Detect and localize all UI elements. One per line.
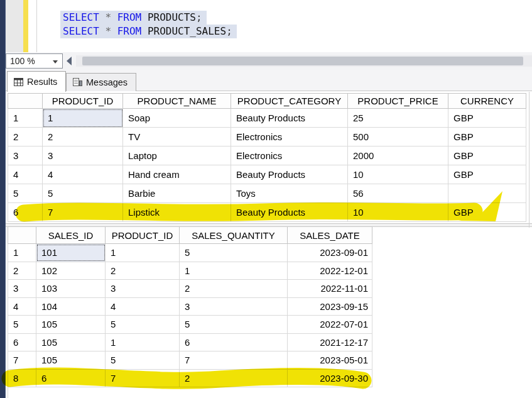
cell[interactable]: 5 [106, 351, 180, 370]
cell[interactable] [448, 184, 526, 203]
cell[interactable]: 500 [348, 128, 448, 146]
zoom-level-dropdown[interactable]: 100 % [6, 53, 63, 69]
cell[interactable]: Beauty Products [231, 165, 348, 184]
cell[interactable]: Electronics [231, 146, 348, 165]
cell[interactable]: 2 [180, 280, 288, 298]
column-header[interactable]: CURRENCY [448, 94, 526, 109]
cell[interactable]: 2022-12-01 [288, 262, 372, 280]
cell[interactable]: GBP [448, 128, 526, 146]
column-header[interactable]: PRODUCT_ID [106, 227, 180, 244]
cell[interactable]: 2000 [348, 146, 448, 165]
table-row: 5105552022-07-01 [8, 316, 372, 334]
cell[interactable]: 1 [180, 262, 288, 280]
cell[interactable]: GBP [448, 109, 526, 128]
corner-header[interactable] [8, 94, 43, 109]
focused-cell[interactable]: 1 [43, 109, 123, 128]
cell[interactable]: 2023-09-15 [288, 297, 372, 316]
cell[interactable]: Beauty Products [231, 109, 348, 128]
cell[interactable]: TV [123, 128, 231, 146]
cell[interactable]: 103 [36, 280, 106, 298]
cell[interactable]: 56 [348, 184, 448, 203]
cell[interactable]: 105 [36, 333, 106, 351]
cell[interactable]: 3 [180, 297, 288, 316]
cell[interactable]: 2 [106, 262, 180, 280]
cell[interactable]: 6 [180, 333, 288, 351]
cell[interactable]: 3 [43, 146, 123, 165]
row-number[interactable]: 3 [8, 280, 36, 298]
cell[interactable]: 2023-09-01 [288, 244, 372, 262]
cell[interactable]: Hand cream [123, 165, 231, 184]
scroll-left-arrow-icon[interactable] [67, 57, 72, 65]
cell[interactable]: 2022-11-01 [288, 280, 372, 298]
cell[interactable]: 6 [36, 369, 106, 387]
tab-results[interactable]: Results [7, 71, 66, 92]
horizontal-scrollbar[interactable] [76, 55, 532, 67]
focused-cell[interactable]: 101 [36, 244, 106, 262]
row-number[interactable]: 2 [8, 128, 43, 146]
row-number[interactable]: 8 [8, 369, 36, 387]
tab-messages[interactable]: Messages [66, 73, 136, 91]
cell[interactable]: GBP [448, 165, 526, 184]
row-number[interactable]: 6 [8, 333, 36, 351]
cell[interactable]: Electronics [231, 128, 348, 146]
cell[interactable]: 3 [106, 280, 180, 298]
column-header[interactable]: PRODUCT_ID [43, 94, 123, 109]
cell[interactable]: 10 [348, 165, 448, 184]
cell[interactable]: 2 [180, 369, 288, 387]
cell[interactable]: Barbie [123, 184, 231, 203]
row-number[interactable]: 4 [8, 165, 43, 184]
sql-statement-2[interactable]: SELECT * FROM PRODUCT_SALES; [60, 25, 237, 38]
sql-editor[interactable]: SELECT * FROM PRODUCTS; SELECT * FROM PR… [6, 0, 532, 52]
sql-statement-1[interactable]: SELECT * FROM PRODUCTS; [60, 11, 207, 25]
cell[interactable]: 4 [43, 165, 123, 184]
cell[interactable]: 1 [106, 333, 180, 351]
row-number[interactable]: 1 [8, 244, 36, 262]
cell[interactable]: Toys [231, 184, 348, 203]
cell[interactable]: 104 [36, 297, 106, 316]
row-number[interactable]: 3 [8, 146, 43, 165]
cell[interactable]: 4 [106, 297, 180, 316]
row-number[interactable]: 5 [8, 184, 43, 203]
cell[interactable]: 105 [36, 316, 106, 334]
cell[interactable]: 5 [180, 244, 288, 262]
cell[interactable]: 5 [180, 316, 288, 334]
row-number[interactable]: 2 [8, 262, 36, 280]
cell[interactable]: 2023-09-30 [288, 369, 372, 387]
column-header[interactable]: SALES_DATE [288, 227, 372, 244]
product-sales-result-grid: SALES_ID PRODUCT_ID SALES_QUANTITY SALES… [8, 226, 372, 387]
cell[interactable]: 7 [180, 351, 288, 370]
cell[interactable]: 2023-05-01 [288, 351, 372, 370]
cell[interactable]: 2 [43, 128, 123, 146]
column-header[interactable]: SALES_QUANTITY [180, 227, 288, 244]
cell[interactable]: 102 [36, 262, 106, 280]
cell[interactable]: 7 [43, 203, 123, 222]
column-header[interactable]: PRODUCT_NAME [123, 94, 231, 109]
cell[interactable]: 25 [348, 109, 448, 128]
row-number[interactable]: 6 [8, 203, 43, 222]
corner-header[interactable] [8, 227, 36, 244]
cell[interactable]: 2021-12-17 [288, 333, 372, 351]
cell[interactable]: Lipstick [123, 203, 231, 222]
cell[interactable]: 5 [106, 316, 180, 334]
cell[interactable]: 10 [348, 203, 448, 222]
cell[interactable]: 2022-07-01 [288, 316, 372, 334]
cell[interactable]: Soap [123, 109, 231, 128]
cell[interactable]: 5 [43, 184, 123, 203]
sql-table-name: PRODUCT_SALES [148, 25, 226, 37]
table-row: 55BarbieToys56 [8, 184, 526, 203]
row-number[interactable]: 1 [8, 109, 43, 128]
cell[interactable]: GBP [448, 203, 526, 222]
cell[interactable]: Laptop [123, 146, 231, 165]
column-header[interactable]: SALES_ID [36, 227, 106, 244]
row-number[interactable]: 4 [8, 297, 36, 316]
cell[interactable]: 105 [36, 351, 106, 370]
cell[interactable]: 7 [106, 369, 180, 387]
column-header[interactable]: PRODUCT_CATEGORY [231, 94, 348, 109]
row-number[interactable]: 7 [8, 351, 36, 370]
row-number[interactable]: 5 [8, 316, 36, 334]
horizontal-scrollbar-thumb[interactable] [82, 57, 523, 65]
cell[interactable]: Beauty Products [231, 203, 348, 222]
cell[interactable]: 1 [106, 244, 180, 262]
cell[interactable]: GBP [448, 146, 526, 165]
column-header[interactable]: PRODUCT_PRICE [348, 94, 448, 109]
